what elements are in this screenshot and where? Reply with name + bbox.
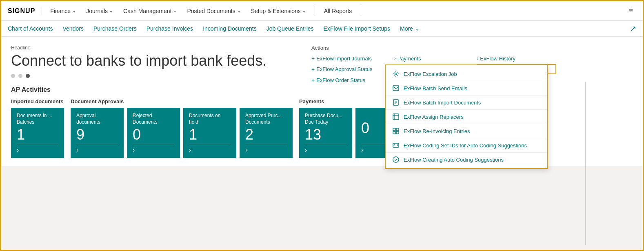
card-arrow-icon[interactable]: › <box>305 144 346 154</box>
grid-icon <box>392 127 400 135</box>
action-exflow-import-journals[interactable]: + ExFlow Import Journals <box>311 54 391 62</box>
card-approval-documents[interactable]: Approval documents 9 › <box>71 108 124 158</box>
svg-rect-7 <box>396 128 399 131</box>
card-number: 9 <box>76 127 118 142</box>
chevron-down-icon: ⌄ <box>302 9 306 13</box>
nav-separator-2 <box>361 6 361 16</box>
nav-posted-documents[interactable]: Posted Documents ⌄ <box>182 5 245 17</box>
card-number: 2 <box>245 127 287 142</box>
headline-section: Headline Connect to banks to import bank… <box>11 45 297 78</box>
actions-label: Actions <box>311 45 556 51</box>
dropdown-exflow-assign-replacers[interactable]: ExFlow Assign Replacers <box>386 110 547 124</box>
dropdown-exflow-escalation-job[interactable]: ExFlow Escalation Job <box>386 67 547 81</box>
action-exflow-order-status[interactable]: + ExFlow Order Status <box>311 76 391 84</box>
nav-setup-extensions[interactable]: Setup & Extensions ⌄ <box>246 5 311 17</box>
more-links-button[interactable]: More ⌄ <box>400 25 420 32</box>
vertical-separator <box>585 82 586 245</box>
card-title: Documents in ... Batches <box>17 113 58 125</box>
card-title: Documents on hold <box>189 113 231 125</box>
arrow-icon: › <box>394 56 396 61</box>
quick-link-vendors[interactable]: Vendors <box>63 25 84 32</box>
quick-link-purchase-invoices[interactable]: Purchase Invoices <box>147 25 193 32</box>
dot-3[interactable] <box>26 74 30 78</box>
group-document-approvals: Document Approvals Approval documents 9 … <box>71 98 293 158</box>
dot-2[interactable] <box>18 74 22 78</box>
svg-rect-1 <box>393 86 399 91</box>
cards-approvals: Approval documents 9 › Rejected Document… <box>71 108 293 158</box>
arrow-icon: › <box>477 56 478 61</box>
card-rejected-documents[interactable]: Rejected Documents 0 › <box>127 108 180 158</box>
card-title: Purchase Docu... Due Today <box>305 113 346 125</box>
dropdown-panel: ExFlow Escalation Job ExFlow Batch Send … <box>385 64 548 169</box>
quick-link-exflow-file-import[interactable]: ExFlow File Import Setups <box>324 25 390 32</box>
svg-rect-9 <box>396 131 399 134</box>
cards-imported: Documents in ... Batches 1 › <box>11 108 64 158</box>
quick-link-incoming-documents[interactable]: Incoming Documents <box>203 25 257 32</box>
svg-point-0 <box>395 73 397 75</box>
card-purchase-docu-due-today[interactable]: Purchase Docu... Due Today 13 › <box>299 108 352 158</box>
quick-navigation: Chart of Accounts Vendors Purchase Order… <box>1 21 643 37</box>
headline-text: Connect to banks to import bank feeds. <box>11 52 297 69</box>
nav-menu: Finance ⌄ Journals ⌄ Cash Management ⌄ P… <box>45 3 636 18</box>
expand-icon[interactable]: ↗ <box>630 24 636 33</box>
card-number: 1 <box>17 127 58 142</box>
gear-icon <box>392 70 400 78</box>
chevron-down-icon: ⌄ <box>109 9 113 13</box>
dropdown-exflow-creating-auto-coding[interactable]: ExFlow Creating Auto Coding Suggestions <box>386 153 547 167</box>
headline-label: Headline <box>11 45 297 51</box>
group-label-approvals: Document Approvals <box>71 98 293 104</box>
card-title: Approval documents <box>76 113 118 125</box>
card-documents-in-batches[interactable]: Documents in ... Batches 1 › <box>11 108 64 158</box>
action-exflow-history[interactable]: › ExFlow History <box>477 54 556 62</box>
dropdown-exflow-re-invoicing[interactable]: ExFlow Re-Invoicing Entries <box>386 124 547 138</box>
action-payments[interactable]: › Payments <box>394 54 474 62</box>
card-arrow-icon[interactable]: › <box>17 144 58 154</box>
plus-icon: + <box>311 77 315 83</box>
assign-icon <box>392 113 400 120</box>
chevron-down-icon: ⌄ <box>237 9 240 13</box>
svg-rect-3 <box>393 114 399 120</box>
dropdown-exflow-coding-set-ids[interactable]: ExFlow Coding Set IDs for Auto Coding Su… <box>386 138 547 153</box>
chevron-down-icon: ⌄ <box>415 25 420 32</box>
chevron-down-icon: ⌄ <box>173 9 176 13</box>
main-content: Headline Connect to banks to import bank… <box>1 37 643 166</box>
dropdown-exflow-batch-send-emails[interactable]: ExFlow Batch Send Emails <box>386 81 547 96</box>
chevron-down-icon: ⌄ <box>72 9 76 13</box>
group-imported-documents: Imported documents Documents in ... Batc… <box>11 98 64 158</box>
card-title: Rejected Documents <box>133 113 174 125</box>
top-navigation: SIGNUP Finance ⌄ Journals ⌄ Cash Managem… <box>1 1 643 21</box>
quick-link-job-queue-entries[interactable]: Job Queue Entries <box>266 25 314 32</box>
hamburger-menu-button[interactable]: ≡ <box>625 3 636 18</box>
card-arrow-icon[interactable]: › <box>76 144 118 154</box>
plus-icon: + <box>311 55 315 62</box>
svg-rect-8 <box>393 131 395 134</box>
brand-logo: SIGNUP <box>8 7 42 15</box>
card-approved-purc-documents[interactable]: Approved Purc... Documents 2 › <box>240 108 293 158</box>
nav-cash-management[interactable]: Cash Management ⌄ <box>118 5 181 17</box>
card-number: 0 <box>133 127 174 142</box>
coding-icon <box>392 142 400 149</box>
card-arrow-icon[interactable]: › <box>189 144 231 154</box>
plus-icon: + <box>311 66 315 73</box>
nav-finance[interactable]: Finance ⌄ <box>45 5 80 17</box>
nav-journals[interactable]: Journals ⌄ <box>81 5 118 17</box>
import-icon <box>392 99 400 106</box>
card-number: 13 <box>305 127 346 142</box>
svg-rect-6 <box>393 128 395 131</box>
group-label-imported: Imported documents <box>11 98 64 104</box>
email-icon <box>392 84 400 92</box>
card-arrow-icon[interactable]: › <box>245 144 287 154</box>
carousel-dots <box>11 74 297 78</box>
action-exflow-approval-status[interactable]: + ExFlow Approval Status <box>311 64 391 74</box>
quick-link-purchase-orders[interactable]: Purchase Orders <box>93 25 137 32</box>
dropdown-exflow-batch-import[interactable]: ExFlow Batch Import Documents <box>386 96 547 110</box>
nav-all-reports[interactable]: All Reports <box>319 5 357 17</box>
card-documents-on-hold[interactable]: Documents on hold 1 › <box>183 108 236 158</box>
card-arrow-icon[interactable]: › <box>133 144 174 154</box>
nav-separator <box>315 6 315 16</box>
card-title: Approved Purc... Documents <box>245 113 287 125</box>
auto-icon <box>392 156 400 163</box>
quick-link-chart-of-accounts[interactable]: Chart of Accounts <box>8 25 53 32</box>
dot-1[interactable] <box>11 74 15 78</box>
card-number: 1 <box>189 127 231 142</box>
